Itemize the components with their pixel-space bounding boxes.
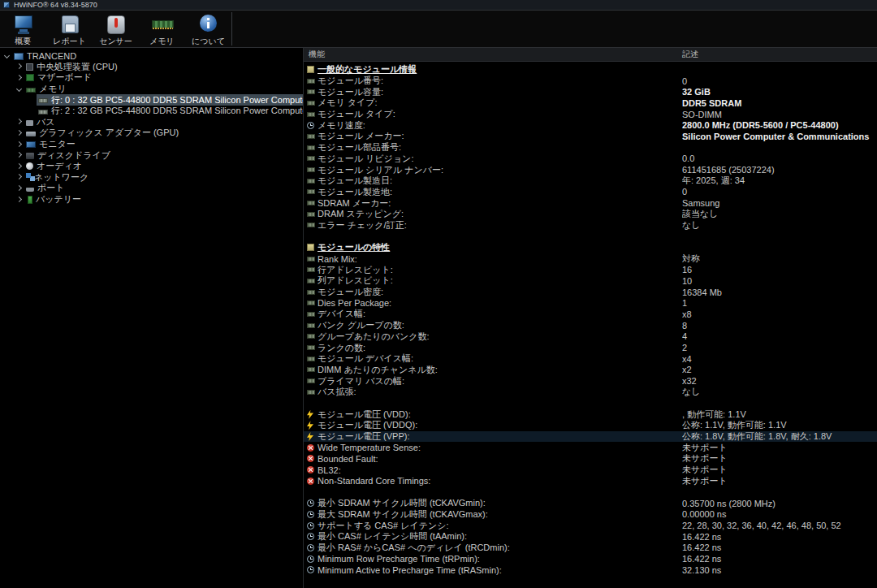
toolbar-button-overview[interactable]: 概要 xyxy=(0,11,46,47)
detail-row[interactable]: Minimum Row Precharge Time (tRPmin):16.4… xyxy=(304,553,877,564)
sidebar-item-memory[interactable]: メモリ xyxy=(0,84,303,95)
detail-row[interactable]: 最小 CAS# レイテンシ時間 (tAAmin):16.422 ns xyxy=(304,531,877,543)
toolbar-button-memory[interactable]: メモリ xyxy=(139,11,185,47)
detail-row[interactable]: グループあたりのバンク数:4 xyxy=(304,331,877,343)
detail-row[interactable]: BL32:未サポート xyxy=(304,465,877,476)
collapse-arrow-icon[interactable] xyxy=(3,52,11,60)
sidebar-item-gpu[interactable]: グラフィックス アダプター (GPU) xyxy=(0,128,303,139)
detail-row[interactable]: 列アドレスビット:10 xyxy=(304,275,877,287)
detail-icon-wrap xyxy=(307,122,318,129)
detail-row[interactable]: DRAM ステッピング:該当なし xyxy=(304,209,877,220)
tree-item-label: マザーボード xyxy=(37,72,92,84)
monitor-icon xyxy=(26,141,36,148)
detail-icon-wrap xyxy=(307,189,318,194)
toolbar-button-label: センサー xyxy=(99,37,132,45)
detail-row[interactable]: Minimum Active to Precharge Time (tRASmi… xyxy=(304,564,877,576)
detail-icon-wrap xyxy=(307,201,318,205)
detail-row[interactable]: モジュール メーカー:Silicon Power Computer & Comm… xyxy=(304,131,877,142)
column-header-function[interactable]: 機能 xyxy=(304,49,682,60)
detail-icon-wrap xyxy=(307,367,318,372)
detail-row[interactable]: Dies Per Package:1 xyxy=(304,297,877,309)
detail-label: モジュール電圧 (VPP): xyxy=(318,430,682,443)
tree-item-body: TRANCEND xyxy=(12,50,303,62)
detail-label: Minimum Active to Precharge Time (tRASmi… xyxy=(318,565,682,575)
sidebar-item-ports[interactable]: ポート xyxy=(0,183,303,194)
sidebar-item-cpu[interactable]: 中央処理装置 (CPU) xyxy=(0,62,303,73)
detail-row[interactable]: Wide Temperature Sense:未サポート xyxy=(304,442,877,453)
detail-row[interactable]: モジュール部品番号: xyxy=(304,142,877,153)
detail-row[interactable]: モジュール製造日:年: 2025, 週: 34 xyxy=(304,175,877,187)
sidebar-item-monitor[interactable]: モニター xyxy=(0,139,303,150)
detail-row[interactable]: 行アドレスビット:16 xyxy=(304,264,877,275)
detail-row[interactable]: バス拡張:なし xyxy=(304,387,877,398)
sidebar-item-motherboard[interactable]: マザーボード xyxy=(0,72,303,84)
column-header-description[interactable]: 記述 xyxy=(682,49,877,60)
expand-arrow-icon[interactable] xyxy=(15,63,24,71)
detail-row[interactable]: 最小 RAS# からCAS# へのディレイ (tRCDmin):16.422 n… xyxy=(304,543,877,554)
detail-value: なし xyxy=(682,219,877,231)
folder-icon xyxy=(307,244,314,251)
sidebar-item-trancend[interactable]: TRANCEND xyxy=(0,50,303,62)
sidebar-item-memory-row-0[interactable]: 行: 0 : 32 GB PC5-44800 DDR5 SDRAM Silico… xyxy=(0,94,303,106)
sidebar-item-bus[interactable]: バス xyxy=(0,117,303,128)
detail-row[interactable]: Rank Mix:対称 xyxy=(304,253,877,265)
expand-arrow-icon[interactable] xyxy=(15,118,24,126)
detail-icon-wrap xyxy=(307,334,318,339)
detail-value: 10 xyxy=(682,276,877,286)
ram-icon xyxy=(307,201,315,205)
expand-arrow-icon[interactable] xyxy=(15,162,24,171)
detail-row[interactable]: メモリ速度:2800.0 MHz (DDR5-5600 / PC5-44800) xyxy=(304,119,877,131)
detail-icon-wrap xyxy=(307,511,318,518)
expand-arrow-icon[interactable] xyxy=(15,184,24,192)
detail-row[interactable]: モジュール シリアル ナンバー:611451685 (25037224) xyxy=(304,164,877,175)
detail-row[interactable]: Non-Standard Core Timings:未サポート xyxy=(304,475,877,486)
detail-row[interactable]: サポートする CAS# レイテンシ:22, 28, 30, 32, 36, 40… xyxy=(304,520,877,531)
expand-arrow-icon[interactable] xyxy=(15,173,24,181)
expand-arrow-icon[interactable] xyxy=(15,196,24,204)
detail-row[interactable]: モジュール デバイス幅:x4 xyxy=(304,353,877,365)
tree-item-label: ポート xyxy=(37,183,65,194)
detail-row[interactable]: モジュール電圧 (VDD):, 動作可能: 1.1V xyxy=(304,409,877,420)
detail-row[interactable]: DIMM あたりのチャンネル数:x2 xyxy=(304,365,877,376)
detail-row[interactable]: エラー チェック/訂正:なし xyxy=(304,220,877,231)
detail-row[interactable]: モジュール タイプ:SO-DIMM xyxy=(304,109,877,120)
detail-row[interactable]: 最小 SDRAM サイクル時間 (tCKAVGmin):0.35700 ns (… xyxy=(304,498,877,509)
detail-label: BL32: xyxy=(318,465,682,475)
window-title: HWiNFO® 64 v8.34-5870 xyxy=(14,1,97,9)
detail-row[interactable]: デバイス幅:x8 xyxy=(304,309,877,320)
detail-row[interactable]: モジュール密度:16384 Mb xyxy=(304,287,877,298)
detail-row[interactable]: プライマリ バスの幅:x32 xyxy=(304,375,877,387)
sidebar-item-memory-row-2[interactable]: 行: 2 : 32 GB PC5-44800 DDR5 SDRAM Silico… xyxy=(0,106,303,117)
detail-row[interactable]: モジュール容量:32 GiB xyxy=(304,86,877,97)
ram-icon xyxy=(307,89,315,94)
detail-row[interactable]: モジュール製造地:0 xyxy=(304,187,877,198)
tree-item-body: ポート xyxy=(24,183,303,194)
toolbar-button-about[interactable]: について xyxy=(185,11,231,47)
expand-arrow-icon[interactable] xyxy=(15,141,24,149)
battery-icon xyxy=(28,196,32,204)
detail-row[interactable]: ランクの数:2 xyxy=(304,342,877,353)
sidebar-item-audio[interactable]: オーディオ xyxy=(0,161,303,172)
toolbar-button-sensors[interactable]: センサー xyxy=(93,11,139,47)
ram-icon xyxy=(307,156,315,161)
detail-row[interactable]: SDRAM メーカー:Samsung xyxy=(304,197,877,209)
detail-row[interactable]: バンク グループの数:8 xyxy=(304,320,877,331)
toolbar-button-report[interactable]: レポート xyxy=(46,11,93,47)
detail-row[interactable]: モジュール リビジョン:0.0 xyxy=(304,153,877,165)
sidebar-item-battery[interactable]: バッテリー xyxy=(0,194,303,205)
detail-row[interactable]: Bounded Fault:未サポート xyxy=(304,453,877,465)
detail-row[interactable]: モジュール電圧 (VPP):公称: 1.8V, 動作可能: 1.8V, 耐久: … xyxy=(304,431,877,443)
detail-row[interactable]: メモリ タイプ:DDR5 SDRAM xyxy=(304,97,877,109)
detail-row[interactable]: モジュール電圧 (VDDQ):公称: 1.1V, 動作可能: 1.1V xyxy=(304,420,877,431)
sidebar-item-disk-drives[interactable]: ディスクドライブ xyxy=(0,149,303,161)
sidebar-item-network[interactable]: ネットワーク xyxy=(0,172,303,184)
detail-row[interactable]: 最大 SDRAM サイクル時間 (tCKAVGmax):0.00000 ns xyxy=(304,509,877,521)
detail-value: 0 xyxy=(682,187,877,197)
expand-arrow-icon[interactable] xyxy=(15,74,24,82)
expand-arrow-icon[interactable] xyxy=(15,129,24,137)
tree-item-label: モニター xyxy=(39,139,76,150)
detail-value: 1 xyxy=(682,298,877,308)
collapse-arrow-icon[interactable] xyxy=(15,85,24,93)
detail-row[interactable]: モジュール番号:0 xyxy=(304,76,877,87)
expand-arrow-icon[interactable] xyxy=(15,151,24,159)
